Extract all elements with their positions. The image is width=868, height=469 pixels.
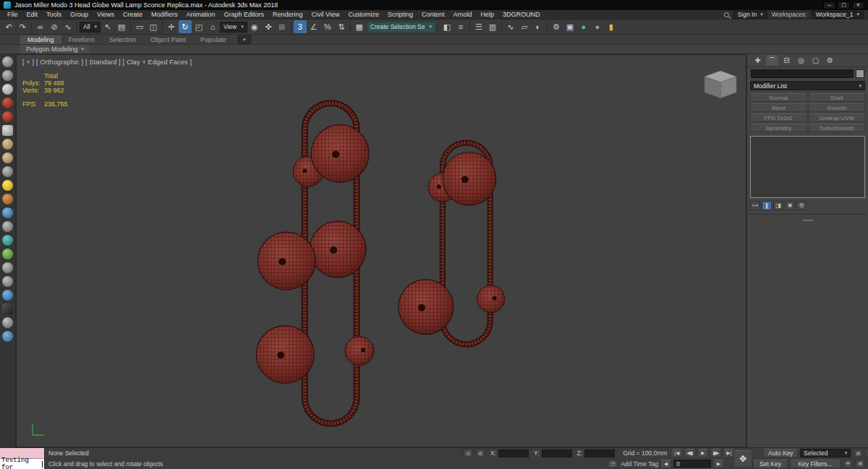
align-icon[interactable]: ≡ bbox=[454, 20, 467, 33]
sign-in-dropdown[interactable]: Sign In ▾ bbox=[733, 11, 767, 19]
hierarchy-tab-icon[interactable]: ⊟ bbox=[780, 55, 793, 66]
percent-snap-icon[interactable]: % bbox=[321, 20, 334, 33]
redo-icon[interactable]: ↷ bbox=[16, 20, 29, 33]
shell-modifier-button[interactable]: Shell bbox=[809, 93, 866, 102]
listener-script-line[interactable]: Testing for bbox=[0, 459, 44, 469]
tab-selection[interactable]: Selection bbox=[102, 35, 143, 44]
tab-freeform[interactable]: Freeform bbox=[61, 35, 103, 44]
select-and-move-icon[interactable]: ✛ bbox=[165, 20, 178, 33]
curve-editor-icon[interactable]: ∿ bbox=[504, 20, 517, 33]
shaded-sphere-icon[interactable] bbox=[2, 84, 13, 95]
minimize-button[interactable]: ─ bbox=[823, 1, 835, 9]
unlink-selection-icon[interactable]: ⊘ bbox=[48, 20, 61, 33]
menu-scripting[interactable]: Scripting bbox=[383, 10, 417, 19]
named-selection-dropdown[interactable]: Create Selection Se ▾ bbox=[367, 22, 435, 33]
spinner-snap-icon[interactable]: ⇅ bbox=[335, 20, 348, 33]
object-color-swatch[interactable] bbox=[856, 69, 864, 78]
snowflake-icon[interactable] bbox=[2, 207, 13, 218]
unwrap-uvw-modifier-button[interactable]: Unwrap UVW bbox=[809, 113, 866, 122]
menu-group[interactable]: Group bbox=[66, 10, 93, 19]
close-button[interactable]: ✕ bbox=[852, 1, 864, 9]
right-sconce-sphere-small-bottom[interactable] bbox=[477, 285, 505, 313]
add-time-tag[interactable]: ◷ Add Time Tag bbox=[608, 460, 658, 468]
menu-customize[interactable]: Customize bbox=[344, 10, 383, 19]
time-configuration-icon[interactable]: ◷ bbox=[865, 449, 868, 457]
menu-content[interactable]: Content bbox=[417, 10, 449, 19]
bend-modifier-button[interactable]: Bend bbox=[750, 103, 807, 112]
teal-sphere-icon[interactable] bbox=[2, 235, 13, 246]
normal-modifier-button[interactable]: Normal bbox=[750, 93, 807, 102]
material-editor-icon[interactable]: ◐ bbox=[532, 20, 545, 33]
render-iterative-teapot-icon[interactable]: ● bbox=[591, 20, 604, 33]
keyboard-shortcut-override-icon[interactable]: ⊞ bbox=[276, 20, 289, 33]
rounded-cube-icon[interactable] bbox=[2, 125, 13, 136]
selection-filter-dropdown[interactable]: All ▾ bbox=[80, 22, 101, 33]
polygon-modeling-panel[interactable]: Polygon Modeling ▾ bbox=[20, 45, 90, 53]
snaps-toggle-icon[interactable]: 3 bbox=[294, 20, 307, 33]
right-sconce-sphere-top[interactable] bbox=[443, 152, 496, 206]
zoom-view-icon[interactable]: ⊕ bbox=[855, 460, 865, 468]
menu-rendering[interactable]: Rendering bbox=[268, 10, 307, 19]
workspace-dropdown[interactable]: Workspace_1 ▾ bbox=[812, 11, 864, 19]
ffd-modifier-button[interactable]: FFD 2x2x2 bbox=[750, 113, 807, 122]
sun-icon[interactable] bbox=[2, 180, 13, 191]
symmetry-modifier-button[interactable]: Symmetry bbox=[750, 124, 807, 132]
render-production-teapot-icon[interactable]: ● bbox=[577, 20, 590, 33]
mirror-icon[interactable]: ◧ bbox=[441, 20, 454, 33]
render-setup-icon[interactable]: ⚙ bbox=[550, 20, 563, 33]
maxscript-mini-listener[interactable]: Testing for bbox=[0, 448, 45, 469]
modifier-list-dropdown[interactable]: Modifier List ▾ bbox=[750, 81, 865, 90]
search-icon[interactable] bbox=[724, 12, 729, 17]
pin-stack-icon[interactable]: ⊶ bbox=[750, 201, 760, 210]
key-filters-button[interactable]: Key Filters... bbox=[790, 460, 841, 468]
dark-box-icon[interactable] bbox=[2, 304, 13, 314]
motion-tab-icon[interactable]: ◎ bbox=[795, 55, 807, 66]
clay-ball-icon[interactable] bbox=[2, 194, 13, 205]
next-frame-button[interactable]: ▮▶ bbox=[710, 449, 721, 457]
key-mode-dropdown[interactable]: Selected ▾ bbox=[800, 449, 851, 457]
window-crossing-icon[interactable]: ◫ bbox=[147, 20, 160, 33]
menu-arnold[interactable]: Arnold bbox=[448, 10, 476, 19]
menu-3dground[interactable]: 3DGROUND bbox=[498, 10, 545, 19]
pan-view-icon[interactable]: ✛ bbox=[843, 460, 853, 468]
selection-lock-icon[interactable]: ⊘ bbox=[475, 449, 485, 457]
right-sconce-sphere-bottom[interactable] bbox=[399, 280, 454, 335]
scene-explorer-icon[interactable]: ▥ bbox=[486, 20, 499, 33]
use-pivot-point-icon[interactable]: ◉ bbox=[248, 20, 261, 33]
view-cube[interactable] bbox=[705, 71, 736, 98]
viewport-label[interactable]: [ + ] [ Orthographic ] [ Standard ] [ Cl… bbox=[22, 59, 192, 66]
select-and-manipulate-icon[interactable]: ✜ bbox=[262, 20, 275, 33]
angle-snap-icon[interactable]: ∠ bbox=[307, 20, 320, 33]
go-to-start-button[interactable]: |◀ bbox=[671, 449, 682, 457]
menu-edit[interactable]: Edit bbox=[22, 10, 43, 19]
tab-object-paint[interactable]: Object Paint bbox=[143, 35, 193, 44]
select-and-link-icon[interactable]: ∞ bbox=[34, 20, 47, 33]
figure-icon[interactable] bbox=[2, 317, 13, 328]
red-spheres-icon[interactable] bbox=[2, 98, 13, 108]
menu-help[interactable]: Help bbox=[476, 10, 498, 19]
display-tab-icon[interactable]: ▢ bbox=[809, 55, 822, 66]
default-key-icon[interactable]: ⊛ bbox=[853, 449, 863, 457]
create-tab-icon[interactable]: ✚ bbox=[752, 55, 764, 66]
tab-modeling[interactable]: Modeling bbox=[20, 35, 61, 44]
reference-coordinate-dropdown[interactable]: View ▾ bbox=[220, 22, 247, 33]
menu-animation[interactable]: Animation bbox=[182, 10, 219, 19]
multi-spheres-icon[interactable] bbox=[2, 111, 13, 122]
configure-modifier-sets-icon[interactable]: ⚙ bbox=[796, 201, 807, 210]
show-end-result-icon[interactable]: ∥ bbox=[762, 201, 772, 210]
wire-sphere-icon[interactable] bbox=[2, 70, 13, 81]
y-coordinate-field[interactable] bbox=[542, 449, 572, 457]
turbosmooth-modifier-button[interactable]: TurboSmooth bbox=[809, 124, 866, 132]
previous-key-button[interactable]: ◀ bbox=[660, 460, 671, 468]
play-button[interactable]: ▶ bbox=[697, 449, 708, 457]
menu-graph-editors[interactable]: Graph Editors bbox=[219, 10, 268, 19]
menu-views[interactable]: Views bbox=[93, 10, 119, 19]
ring-sphere-icon[interactable] bbox=[2, 56, 13, 67]
cone-icon[interactable] bbox=[2, 166, 13, 177]
maximize-button[interactable]: ▢ bbox=[838, 1, 850, 9]
torus-icon[interactable] bbox=[2, 152, 13, 163]
modify-tab-icon[interactable]: ⌒ bbox=[766, 55, 778, 66]
menu-civil-view[interactable]: Civil View bbox=[307, 10, 344, 19]
tan-sphere-icon[interactable] bbox=[2, 139, 13, 150]
set-key-button[interactable]: Set Key bbox=[753, 460, 788, 468]
